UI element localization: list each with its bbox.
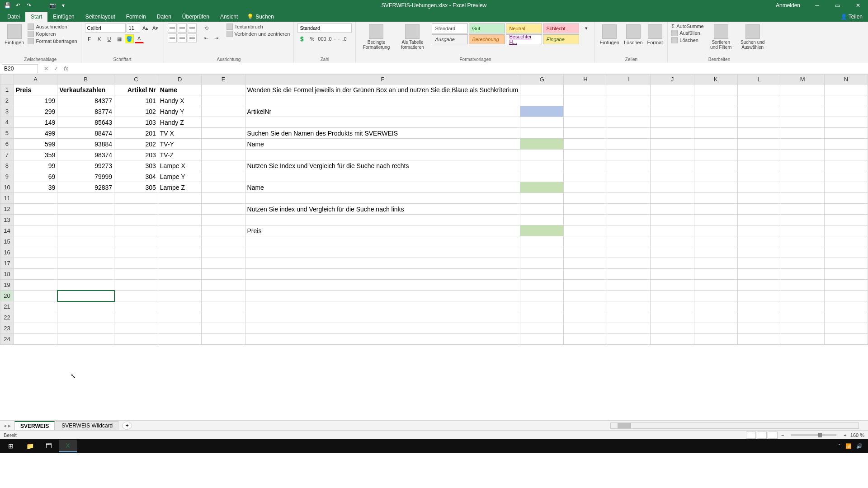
cell[interactable] [57,301,114,312]
cell[interactable] [824,193,868,204]
currency-button[interactable]: 💲 [297,34,307,43]
cell[interactable] [651,247,694,258]
col-header-B[interactable]: B [57,75,114,84]
row-header-12[interactable]: 12 [0,204,14,215]
cell[interactable] [694,171,737,182]
cell[interactable] [737,258,781,269]
cell[interactable] [202,128,245,139]
cell[interactable] [202,247,245,258]
row-header-17[interactable]: 17 [0,258,14,269]
cell[interactable] [651,225,694,236]
align-middle-button[interactable] [178,23,187,33]
cell[interactable] [781,301,824,312]
cell[interactable] [607,215,651,225]
cell[interactable] [520,150,564,160]
cell[interactable] [14,236,57,247]
cell[interactable] [57,280,114,291]
cell[interactable] [245,150,520,160]
cell[interactable] [564,247,607,258]
cell[interactable] [651,182,694,193]
cell[interactable] [114,225,158,236]
undo-icon[interactable]: ↶ [14,2,22,9]
cell[interactable] [520,84,564,95]
comma-button[interactable]: 000 [317,34,326,43]
cell[interactable] [694,139,737,150]
col-header-C[interactable]: C [114,75,158,84]
cell[interactable] [737,323,781,334]
cell[interactable] [158,247,202,258]
tab-ueberpruefen[interactable]: Überprüfen [177,12,215,22]
row-header-3[interactable]: 3 [0,106,14,117]
cell[interactable] [520,225,564,236]
cell[interactable] [114,291,158,301]
cell[interactable] [57,269,114,280]
tab-start[interactable]: Start [25,12,47,22]
cell[interactable] [651,139,694,150]
decrease-font-button[interactable]: A▾ [151,23,160,33]
cell[interactable]: 599 [14,139,57,150]
insert-cells-button[interactable]: Einfügen [599,23,620,46]
cell[interactable] [245,301,520,312]
cell[interactable] [520,247,564,258]
cell[interactable]: 88474 [57,128,114,139]
cell[interactable] [202,258,245,269]
cell[interactable] [564,117,607,128]
autosum-button[interactable]: ΣAutoSumme [671,23,703,29]
cell[interactable] [520,117,564,128]
cell[interactable] [520,193,564,204]
cell[interactable]: Preis [14,84,57,95]
cell[interactable] [14,204,57,215]
cell[interactable] [202,171,245,182]
cell[interactable] [57,334,114,345]
zoom-slider[interactable] [791,434,836,436]
cell[interactable] [651,160,694,171]
cell[interactable] [564,150,607,160]
row-header-13[interactable]: 13 [0,215,14,225]
italic-button[interactable]: K [95,34,104,43]
cell[interactable] [158,323,202,334]
orientation-button[interactable]: ⟲ [202,23,211,33]
cell[interactable] [737,334,781,345]
cell[interactable] [564,280,607,291]
row-header-6[interactable]: 6 [0,139,14,150]
cell[interactable] [694,280,737,291]
cell[interactable] [57,258,114,269]
redo-icon[interactable]: ↷ [25,2,33,9]
cell[interactable] [824,117,868,128]
cell[interactable]: Name [158,84,202,95]
cell[interactable] [737,193,781,204]
cell[interactable] [245,269,520,280]
cell[interactable] [824,139,868,150]
cell[interactable] [737,204,781,215]
cell[interactable] [158,334,202,345]
cell[interactable] [158,204,202,215]
col-header-J[interactable]: J [651,75,694,84]
tab-daten[interactable]: Daten [151,12,177,22]
cell[interactable] [564,106,607,117]
cell[interactable] [737,312,781,323]
col-header-A[interactable]: A [14,75,57,84]
cell[interactable] [824,204,868,215]
row-header-1[interactable]: 1 [0,84,14,95]
cell[interactable] [564,128,607,139]
cell[interactable] [737,128,781,139]
cell[interactable] [694,193,737,204]
cell[interactable] [114,193,158,204]
cell[interactable] [114,236,158,247]
cell[interactable] [824,247,868,258]
row-header-7[interactable]: 7 [0,150,14,160]
tray-network-icon[interactable]: 📶 [845,443,852,449]
tab-ansicht[interactable]: Ansicht [215,12,243,22]
cell[interactable] [737,160,781,171]
cell[interactable] [781,247,824,258]
cell[interactable] [607,150,651,160]
format-painter-button[interactable]: Format übertragen [28,38,77,44]
cell-style-schlecht[interactable]: Schlecht [543,23,579,33]
cell[interactable] [651,301,694,312]
cell[interactable]: Artikel Nr [114,84,158,95]
cell[interactable] [57,236,114,247]
cell[interactable] [824,225,868,236]
cell[interactable] [781,291,824,301]
cell[interactable]: 201 [114,128,158,139]
cell[interactable]: Preis [245,225,520,236]
